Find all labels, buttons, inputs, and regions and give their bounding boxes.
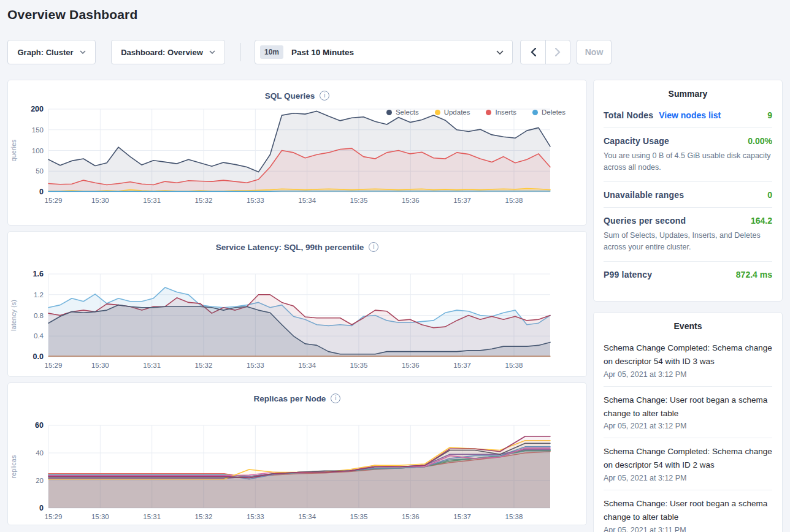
- svg-text:15:37: 15:37: [453, 197, 471, 204]
- dashboard-toolbar: Graph: Cluster Dashboard: Overview 10m P…: [7, 40, 612, 64]
- stat-value: 9: [767, 110, 772, 120]
- time-range-label: Past 10 Minutes: [291, 48, 496, 57]
- sql-queries-chart-card: SQL Queries i Selects Updates Inserts De…: [7, 80, 587, 226]
- info-icon[interactable]: i: [320, 91, 329, 101]
- svg-text:15:32: 15:32: [195, 197, 213, 204]
- svg-text:15:35: 15:35: [350, 513, 368, 520]
- now-button[interactable]: Now: [577, 40, 612, 64]
- svg-text:0.8: 0.8: [34, 312, 44, 319]
- dashboard-selector-dropdown[interactable]: Dashboard: Overview: [111, 40, 225, 64]
- legend-dot: [435, 110, 440, 115]
- svg-text:15:29: 15:29: [45, 197, 63, 204]
- time-step-back-button[interactable]: [521, 40, 545, 64]
- svg-text:15:32: 15:32: [195, 362, 213, 369]
- chevron-right-icon: [555, 48, 561, 56]
- summary-panel: Summary Total Nodes View nodes list 9 Ca…: [593, 80, 783, 302]
- svg-text:15:36: 15:36: [402, 197, 420, 204]
- time-step-buttons: [520, 40, 570, 64]
- chevron-left-icon: [531, 48, 536, 56]
- svg-text:15:34: 15:34: [298, 197, 316, 204]
- time-range-picker[interactable]: 10m Past 10 Minutes: [255, 40, 513, 64]
- svg-text:0: 0: [39, 504, 44, 512]
- svg-text:1.2: 1.2: [34, 291, 44, 298]
- svg-text:15:37: 15:37: [453, 362, 471, 369]
- stat-queries-per-second: Queries per second 164.2 Sum of Selects,…: [604, 208, 772, 262]
- service-latency-chart-card: Service Latency: SQL, 99th percentile i …: [7, 231, 587, 377]
- service-latency-chart: 15:2915:3015:3115:3215:3315:3415:3515:36…: [8, 268, 585, 372]
- svg-text:0.4: 0.4: [34, 332, 44, 340]
- svg-text:15:29: 15:29: [45, 362, 63, 369]
- dashboard-selector-label: Dashboard: Overview: [121, 48, 203, 57]
- page-title: Overview Dashboard: [7, 7, 138, 22]
- legend-item-selects: Selects: [386, 108, 419, 116]
- info-icon[interactable]: i: [331, 393, 340, 403]
- replicas-per-node-chart: 15:2915:3015:3115:3215:3315:3415:3515:36…: [8, 419, 585, 523]
- chevron-down-icon: [80, 50, 86, 54]
- event-item: Schema Change Completed: Schema change o…: [604, 335, 772, 387]
- event-timestamp: Apr 05, 2021 at 3:12 PM: [604, 422, 772, 430]
- replicas-per-node-chart-card: Replicas per Node i 15:2915:3015:3115:32…: [7, 382, 587, 525]
- svg-text:15:33: 15:33: [247, 513, 264, 520]
- svg-text:150: 150: [32, 126, 44, 134]
- legend-dot: [486, 110, 491, 115]
- event-item: Schema Change: User root began a schema …: [604, 387, 772, 439]
- stat-description: Sum of Selects, Updates, Inserts, and De…: [604, 230, 772, 254]
- chart-title: Service Latency: SQL, 99th percentile: [216, 243, 364, 252]
- svg-text:15:38: 15:38: [505, 513, 523, 520]
- stat-value: 872.4 ms: [736, 270, 772, 279]
- svg-text:0: 0: [39, 188, 44, 196]
- toolbar-divider: [240, 43, 241, 61]
- svg-text:15:36: 15:36: [402, 362, 420, 369]
- chevron-down-icon: [496, 50, 504, 55]
- chart-title: Replicas per Node: [254, 394, 326, 403]
- event-item: Schema Change Completed: Schema change o…: [604, 438, 772, 490]
- svg-text:replicas: replicas: [10, 455, 17, 478]
- svg-text:15:38: 15:38: [505, 362, 523, 369]
- svg-text:20: 20: [36, 477, 44, 484]
- stat-value: 0.00%: [748, 136, 772, 146]
- legend-dot: [386, 110, 392, 115]
- svg-text:1.6: 1.6: [33, 270, 44, 278]
- sql-queries-chart: 15:2915:3015:3115:3215:3315:3415:3515:36…: [8, 103, 585, 207]
- chart-title: SQL Queries: [265, 91, 315, 101]
- svg-text:15:38: 15:38: [505, 197, 523, 204]
- graph-selector-dropdown[interactable]: Graph: Cluster: [7, 40, 96, 64]
- svg-text:15:30: 15:30: [91, 197, 109, 204]
- stat-total-nodes: Total Nodes View nodes list 9: [604, 102, 772, 128]
- svg-text:15:33: 15:33: [247, 362, 264, 369]
- svg-text:queries: queries: [10, 139, 17, 162]
- legend-item-deletes: Deletes: [532, 108, 566, 116]
- view-nodes-list-link[interactable]: View nodes list: [659, 110, 721, 120]
- summary-heading: Summary: [604, 89, 772, 102]
- svg-text:15:31: 15:31: [143, 362, 161, 369]
- time-range-badge: 10m: [260, 45, 283, 59]
- stat-p99-latency: P99 latency 872.4 ms: [604, 262, 772, 287]
- svg-text:15:33: 15:33: [247, 197, 264, 204]
- svg-text:15:34: 15:34: [298, 362, 316, 369]
- legend-item-inserts: Inserts: [486, 108, 516, 116]
- svg-text:0.0: 0.0: [33, 352, 44, 361]
- event-timestamp: Apr 05, 2021 at 3:12 PM: [604, 474, 772, 482]
- svg-text:15:35: 15:35: [350, 197, 368, 204]
- event-timestamp: Apr 05, 2021 at 3:11 PM: [604, 526, 772, 532]
- stat-unavailable-ranges: Unavailable ranges 0: [604, 182, 772, 208]
- event-timestamp: Apr 05, 2021 at 3:12 PM: [604, 370, 772, 379]
- svg-text:15:29: 15:29: [45, 513, 63, 520]
- info-icon[interactable]: i: [369, 242, 378, 252]
- sidebar-column: Summary Total Nodes View nodes list 9 Ca…: [593, 80, 783, 532]
- svg-text:15:30: 15:30: [91, 362, 109, 369]
- svg-text:15:31: 15:31: [143, 197, 161, 204]
- stat-value: 0: [767, 190, 772, 200]
- graph-selector-label: Graph: Cluster: [17, 48, 73, 57]
- svg-text:15:31: 15:31: [143, 513, 161, 520]
- svg-text:15:37: 15:37: [453, 513, 471, 520]
- svg-text:15:30: 15:30: [91, 513, 109, 520]
- charts-column: SQL Queries i Selects Updates Inserts De…: [7, 80, 587, 525]
- svg-text:15:34: 15:34: [298, 513, 316, 520]
- chevron-down-icon: [209, 50, 215, 54]
- svg-text:60: 60: [35, 421, 44, 430]
- time-step-forward-button[interactable]: [545, 40, 570, 64]
- chart-legend: Selects Updates Inserts Deletes: [386, 108, 566, 116]
- svg-text:40: 40: [36, 449, 44, 457]
- svg-text:100: 100: [32, 147, 44, 154]
